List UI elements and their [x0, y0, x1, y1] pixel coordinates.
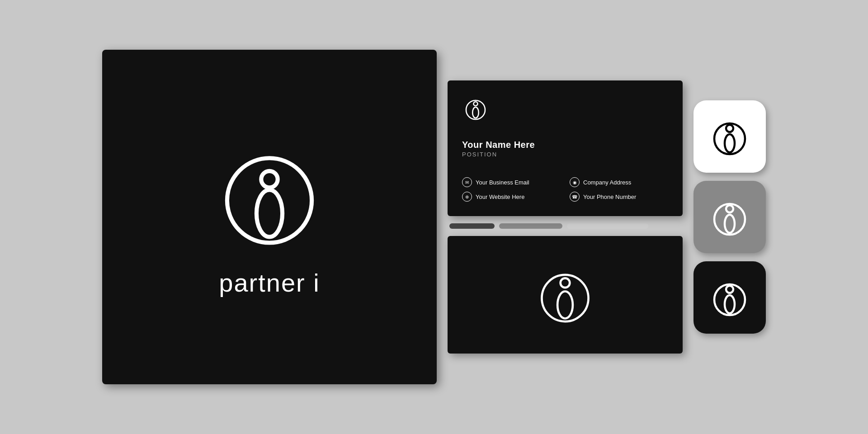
middle-column: Your Name Here POSITION ✉ Your Business … [448, 80, 683, 354]
card-name-block: Your Name Here POSITION [462, 140, 668, 158]
svg-point-4 [472, 107, 479, 118]
location-icon: ◉ [570, 177, 580, 187]
app-icon-gray-svg [707, 194, 752, 240]
separator-strips [448, 223, 683, 229]
svg-point-7 [557, 292, 573, 319]
svg-point-8 [561, 278, 570, 288]
svg-point-2 [261, 171, 278, 187]
brand-name: partner i [219, 268, 320, 297]
svg-point-6 [542, 275, 588, 321]
svg-point-3 [466, 100, 485, 119]
svg-point-10 [725, 134, 735, 152]
app-icon-black-svg [707, 275, 752, 320]
address-label: Company Address [583, 179, 631, 186]
icons-column [693, 100, 766, 334]
card-logo-small [462, 95, 489, 122]
strip-light [567, 223, 648, 229]
strip-dark [449, 223, 495, 229]
business-card-front: Your Name Here POSITION ✉ Your Business … [448, 80, 683, 216]
svg-point-16 [725, 295, 735, 313]
logo-svg-large [211, 137, 328, 255]
address-contact: ◉ Company Address [570, 177, 668, 187]
phone-label: Your Phone Number [583, 193, 636, 200]
svg-point-15 [714, 284, 745, 315]
svg-point-14 [726, 205, 733, 212]
email-label: Your Business Email [476, 179, 529, 186]
email-icon: ✉ [462, 177, 472, 187]
svg-point-13 [725, 215, 735, 233]
website-contact: ⊕ Your Website Here [462, 192, 561, 202]
business-card-back [448, 236, 683, 354]
svg-point-12 [714, 204, 745, 235]
app-icon-white [693, 100, 766, 173]
card-back-logo [531, 261, 599, 329]
phone-icon: ☎ [570, 192, 580, 202]
card-person-name: Your Name Here [462, 140, 668, 150]
app-icon-white-svg [707, 114, 752, 159]
strip-mid [499, 223, 562, 229]
svg-point-11 [726, 125, 733, 132]
svg-point-5 [474, 102, 478, 106]
logo-panel: partner i [102, 50, 437, 384]
app-icon-black [693, 261, 766, 334]
phone-contact: ☎ Your Phone Number [570, 192, 668, 202]
svg-point-9 [714, 123, 745, 154]
card-contacts: ✉ Your Business Email ◉ Company Address … [462, 177, 668, 202]
svg-point-17 [726, 286, 733, 293]
main-container: partner i Your Name Here POSITION ✉ Your… [0, 0, 868, 434]
email-contact: ✉ Your Business Email [462, 177, 561, 187]
app-icon-gray [693, 181, 766, 253]
globe-icon: ⊕ [462, 192, 472, 202]
svg-point-1 [256, 190, 282, 237]
card-position: POSITION [462, 151, 668, 158]
website-label: Your Website Here [476, 193, 524, 200]
